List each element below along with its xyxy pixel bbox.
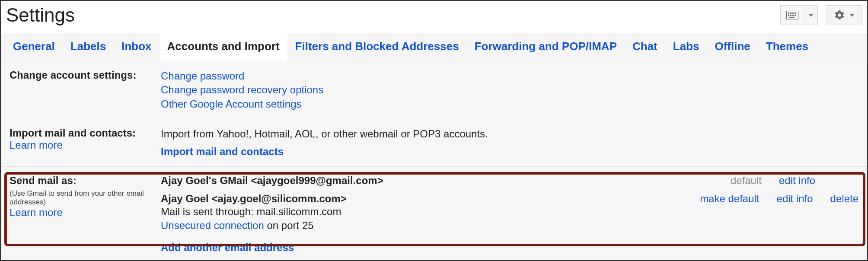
make-default-link[interactable]: make default [700, 193, 759, 205]
send-as-account-display: Ajay Goel's GMail <ajaygoel999@gmail.com… [161, 175, 383, 187]
other-google-settings-link[interactable]: Other Google Account settings [161, 98, 302, 110]
svg-rect-7 [792, 15, 794, 16]
settings-gear-button[interactable] [827, 5, 862, 25]
import-mail-action-link[interactable]: Import mail and contacts [161, 146, 284, 157]
change-recovery-link[interactable]: Change password recovery options [161, 84, 323, 95]
page-title: Settings [6, 4, 75, 26]
add-another-email-link[interactable]: Add another email address [161, 242, 294, 253]
send-as-row: Ajay Goel <ajay.goel@silicomm.com> Mail … [161, 193, 858, 233]
tab-filters-and-blocked-addresses[interactable]: Filters and Blocked Addresses [287, 33, 467, 61]
input-tools-button[interactable] [780, 5, 818, 25]
default-indicator: default [731, 175, 762, 187]
svg-rect-3 [792, 13, 794, 14]
send-as-learn-more-link[interactable]: Learn more [10, 207, 63, 218]
tab-forwarding-and-pop-imap[interactable]: Forwarding and POP/IMAP [467, 33, 625, 61]
edit-info-link[interactable]: edit info [777, 193, 813, 205]
change-password-link[interactable]: Change password [161, 70, 244, 82]
send-as-row: Ajay Goel's GMail <ajaygoel999@gmail.com… [161, 175, 858, 187]
tab-chat[interactable]: Chat [625, 33, 665, 61]
chevron-down-icon [808, 14, 814, 17]
tab-labs[interactable]: Labs [665, 33, 707, 61]
send-mail-as-sub: (Use Gmail to send from your other email… [10, 189, 161, 207]
tab-inbox[interactable]: Inbox [114, 33, 159, 61]
section-send-mail-as: Send mail as: (Use Gmail to send from yo… [1, 167, 867, 261]
header-bar: Settings [1, 1, 867, 33]
tab-general[interactable]: General [5, 33, 63, 61]
tab-themes[interactable]: Themes [758, 33, 816, 61]
section-change-account-settings: Change account settings: Change password… [1, 61, 867, 119]
input-tools-dropdown[interactable] [804, 6, 817, 25]
change-account-label: Change account settings: [10, 69, 161, 81]
unsecured-connection-link[interactable]: Unsecured connection [161, 220, 264, 231]
svg-rect-9 [789, 17, 795, 18]
svg-rect-1 [788, 13, 789, 14]
import-description: Import from Yahoo!, Hotmail, AOL, or oth… [161, 127, 858, 141]
import-learn-more-link[interactable]: Learn more [10, 139, 63, 151]
tab-accounts-and-import[interactable]: Accounts and Import [160, 33, 287, 61]
delete-link[interactable]: delete [830, 193, 858, 205]
svg-rect-5 [788, 15, 789, 16]
svg-rect-2 [790, 13, 791, 14]
connection-info: Unsecured connection on port 25 [161, 219, 347, 232]
tab-labels[interactable]: Labels [63, 33, 114, 61]
send-mail-as-label: Send mail as: [10, 175, 161, 187]
sent-through-text: Mail is sent through: mail.silicomm.com [161, 205, 347, 219]
tab-offline[interactable]: Offline [707, 33, 758, 61]
header-toolbar [780, 5, 862, 25]
section-import-mail: Import mail and contacts: Learn more Imp… [1, 119, 867, 167]
edit-info-link[interactable]: edit info [779, 175, 815, 187]
svg-rect-6 [790, 15, 791, 16]
send-as-account-display: Ajay Goel <ajay.goel@silicomm.com> [161, 193, 347, 205]
chevron-down-icon [849, 14, 855, 17]
gear-icon [834, 10, 845, 21]
svg-rect-8 [795, 15, 796, 16]
svg-rect-4 [795, 13, 796, 14]
keyboard-icon [781, 6, 804, 25]
settings-page: Settings GeneralLabelsInboxAccounts and … [0, 0, 868, 261]
settings-tabs: GeneralLabelsInboxAccounts and ImportFil… [1, 33, 867, 61]
import-mail-label: Import mail and contacts: [10, 127, 161, 139]
